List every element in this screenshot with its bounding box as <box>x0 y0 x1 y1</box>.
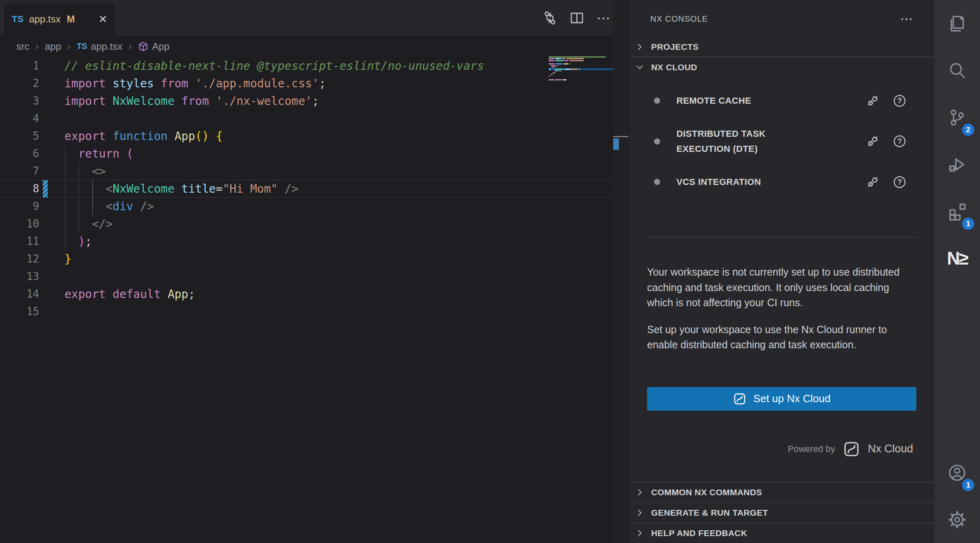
feature-vcs-integration[interactable]: VCS INTEGRATION? <box>647 174 916 189</box>
code-text[interactable]: <NxWelcome title="Hi Mom" /> <box>64 180 298 198</box>
nx-cloud-icon <box>843 440 860 458</box>
connect-icon[interactable] <box>866 175 880 189</box>
section-label: GENERATE & RUN TARGET <box>651 508 768 518</box>
question-icon[interactable]: ? <box>893 94 907 108</box>
breadcrumb-symbol[interactable]: App <box>138 41 170 52</box>
code-line[interactable]: 7 <> <box>0 162 628 180</box>
overview-cursor-marker <box>613 136 628 137</box>
code-line[interactable]: 9 <div /> <box>0 198 628 215</box>
editor-toolbar: ⋯ <box>543 0 611 36</box>
collapsed-sections: COMMON NX COMMANDSGENERATE & RUN TARGETH… <box>629 482 934 543</box>
gutter <box>39 75 64 92</box>
activity-item-source-control[interactable]: 2 <box>934 94 980 141</box>
code-line[interactable]: 14export default App; <box>0 285 628 303</box>
code-text[interactable]: export default App; <box>64 285 195 303</box>
minimap-line <box>549 74 552 75</box>
code-editor[interactable]: 1// eslint-disable-next-line @typescript… <box>0 57 628 320</box>
feature-label: VCS INTEGRATION <box>676 174 761 189</box>
feature-remote-cache[interactable]: REMOTE CACHE? <box>647 93 916 108</box>
close-tab-icon[interactable]: ✕ <box>98 13 107 26</box>
code-line[interactable]: 1// eslint-disable-next-line @typescript… <box>0 57 628 75</box>
panel-more-actions-icon[interactable]: ⋯ <box>900 11 914 27</box>
setup-nx-cloud-button[interactable]: Set up Nx Cloud <box>647 387 916 411</box>
section-label: NX CLOUD <box>651 62 697 72</box>
minimap-line <box>549 72 555 73</box>
section-help-and-feedback[interactable]: HELP AND FEEDBACK <box>629 523 934 543</box>
section-nx-cloud[interactable]: NX CLOUD <box>629 57 934 78</box>
feature-label: REMOTE CACHE <box>676 93 751 108</box>
breadcrumb-folder[interactable]: app <box>45 41 61 52</box>
line-number: 1 <box>0 57 39 75</box>
line-number: 6 <box>0 145 39 162</box>
gutter <box>39 198 64 215</box>
line-number: 15 <box>0 303 39 320</box>
minimap-line <box>549 70 561 71</box>
section-generate-run-target[interactable]: GENERATE & RUN TARGET <box>629 502 934 523</box>
minimap-line <box>549 76 550 77</box>
nx-cloud-icon <box>733 392 747 406</box>
indent-guide-active <box>92 180 93 215</box>
code-text[interactable]: <div /> <box>64 198 154 215</box>
section-label: COMMON NX COMMANDS <box>651 487 762 497</box>
code-text[interactable]: </> <box>64 215 113 233</box>
status-dot <box>654 179 660 185</box>
connect-icon[interactable] <box>866 94 880 108</box>
indent-guide <box>78 162 79 233</box>
code-line[interactable]: 13 <box>0 268 628 285</box>
code-text[interactable]: // eslint-disable-next-line @typescript-… <box>64 57 484 75</box>
code-text[interactable]: return ( <box>64 145 133 162</box>
section-projects[interactable]: PROJECTS <box>629 38 934 57</box>
chevron-right-icon <box>635 528 645 538</box>
gutter <box>39 285 64 303</box>
code-line[interactable]: 8 <NxWelcome title="Hi Mom" /> <box>0 180 628 198</box>
code-text[interactable]: } <box>64 250 71 268</box>
tab-app-tsx[interactable]: TS app.tsx M ✕ <box>3 2 116 36</box>
code-line[interactable]: 5export function App() { <box>0 127 628 145</box>
symbol-class-icon <box>138 41 149 52</box>
code-line[interactable]: 3import NxWelcome from './nx-welcome'; <box>0 92 628 110</box>
section-common-nx-commands[interactable]: COMMON NX COMMANDS <box>629 482 934 502</box>
more-actions-icon[interactable]: ⋯ <box>596 11 611 25</box>
activity-item-explorer[interactable] <box>934 0 980 47</box>
overview-selection-marker <box>613 138 619 150</box>
line-number: 8 <box>0 180 39 198</box>
activity-item-search[interactable] <box>934 47 980 94</box>
activity-item-settings[interactable] <box>934 496 980 543</box>
gear-icon <box>948 510 967 529</box>
scrollbar[interactable] <box>613 0 628 543</box>
code-line[interactable]: 2import styles from './app.module.css'; <box>0 75 628 92</box>
line-number: 9 <box>0 198 39 215</box>
gutter <box>39 92 64 110</box>
question-icon[interactable]: ? <box>893 134 907 148</box>
breadcrumb-file-label: app.tsx <box>91 41 122 52</box>
open-changes-icon[interactable] <box>543 11 557 25</box>
split-editor-icon[interactable] <box>570 11 584 25</box>
minimap-line <box>549 56 606 58</box>
activity-item-accounts[interactable]: 1 <box>934 449 980 496</box>
code-text[interactable]: export function App() { <box>64 127 223 145</box>
line-number: 2 <box>0 75 39 92</box>
code-text[interactable]: import NxWelcome from './nx-welcome'; <box>64 92 319 110</box>
code-line[interactable]: 6 return ( <box>0 145 628 162</box>
breadcrumb-file[interactable]: TS app.tsx <box>77 41 122 52</box>
code-line[interactable]: 4 <box>0 110 628 127</box>
setup-button-label: Set up Nx Cloud <box>753 392 830 405</box>
code-text[interactable]: ); <box>64 233 92 250</box>
question-icon[interactable]: ? <box>893 175 907 189</box>
code-line[interactable]: 11 ); <box>0 233 628 250</box>
breadcrumb-folder[interactable]: src <box>16 41 29 52</box>
feature-list: REMOTE CACHE?DISTRIBUTED TASK EXECUTION … <box>647 78 916 207</box>
code-line[interactable]: 15 <box>0 303 628 320</box>
activity-item-extensions[interactable]: 1 <box>934 188 980 235</box>
minimap-line <box>549 69 581 70</box>
activity-item-run-and-debug[interactable] <box>934 141 980 188</box>
feature-distributed-task-execution-dte[interactable]: DISTRIBUTED TASK EXECUTION (DTE)? <box>647 126 916 156</box>
minimap[interactable] <box>549 53 613 98</box>
feature-actions: ? <box>866 134 907 148</box>
connect-icon[interactable] <box>866 134 880 148</box>
activity-item-nx-console[interactable]: N≥ <box>934 235 980 282</box>
code-line[interactable]: 12} <box>0 250 628 268</box>
code-line[interactable]: 10 </> <box>0 215 628 233</box>
code-text[interactable]: <> <box>64 162 106 180</box>
code-text[interactable]: import styles from './app.module.css'; <box>64 75 326 92</box>
